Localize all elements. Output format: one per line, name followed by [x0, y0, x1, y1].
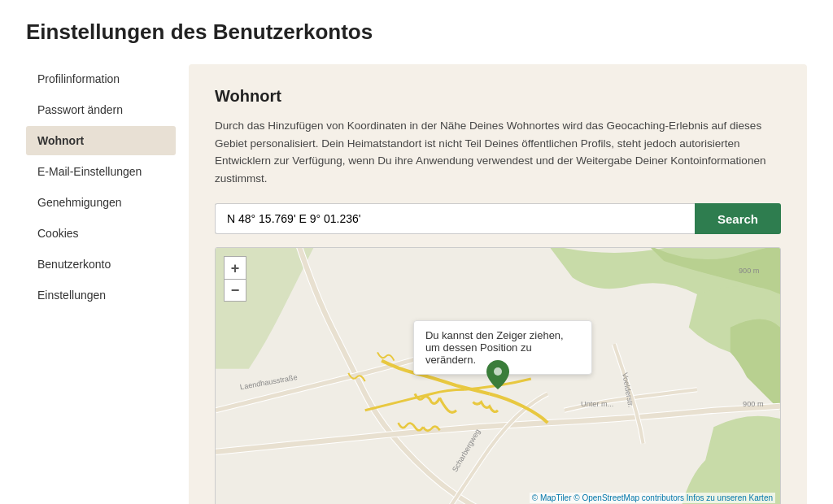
zoom-out-button[interactable]: −	[224, 279, 246, 302]
sidebar-item-wohnort[interactable]: Wohnort	[26, 126, 176, 155]
attribution-text: © MapTiler © OpenStreetMap contributors …	[532, 493, 773, 502]
search-input[interactable]	[215, 203, 695, 234]
sidebar-item-profilinformation[interactable]: Profilinformation	[26, 64, 176, 93]
svg-text:900 m: 900 m	[743, 400, 764, 408]
sidebar-item-cookies[interactable]: Cookies	[26, 219, 176, 248]
svg-point-7	[494, 367, 502, 376]
search-row: Search	[215, 203, 781, 234]
svg-text:900 m: 900 m	[739, 267, 760, 276]
zoom-in-button[interactable]: +	[224, 256, 246, 279]
main-layout: Profilinformation Passwort ändern Wohnor…	[26, 64, 807, 504]
map-controls: + −	[224, 256, 246, 302]
map-container: Laendhausstraße Scharbergweg Unter m...	[215, 247, 781, 504]
description-text: Durch das Hinzufügen von Koordinaten in …	[215, 117, 781, 187]
search-button[interactable]: Search	[695, 203, 781, 234]
sidebar-item-email[interactable]: E-Mail-Einstellungen	[26, 157, 176, 186]
map-pin[interactable]	[486, 360, 509, 393]
sidebar-item-einstellungen[interactable]: Einstellungen	[26, 280, 176, 310]
content-area: Wohnort Durch das Hinzufügen von Koordin…	[189, 64, 807, 504]
svg-text:Unter m...: Unter m...	[581, 400, 613, 408]
sidebar-item-benutzerkonto[interactable]: Benutzerkonto	[26, 250, 176, 279]
section-title: Wohnort	[215, 87, 781, 106]
sidebar-item-genehmigungen[interactable]: Genehmigungen	[26, 188, 176, 217]
page-title: Einstellungen des Benutzerkontos	[26, 20, 807, 45]
sidebar-item-passwort[interactable]: Passwort ändern	[26, 95, 176, 124]
sidebar: Profilinformation Passwort ändern Wohnor…	[26, 64, 189, 504]
map-attribution: © MapTiler © OpenStreetMap contributors …	[530, 493, 775, 503]
